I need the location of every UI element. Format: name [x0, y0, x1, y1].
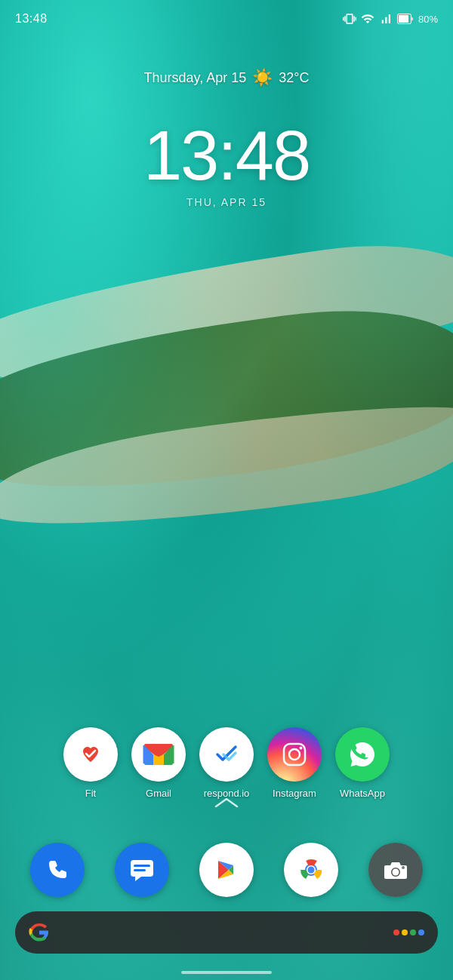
app-respond[interactable]: respond.io — [199, 727, 254, 799]
app-whatsapp[interactable]: WhatsApp — [335, 727, 390, 799]
fit-icon[interactable] — [63, 727, 118, 782]
instagram-label: Instagram — [273, 788, 316, 799]
dot-red — [393, 929, 399, 935]
dot-green — [410, 929, 416, 935]
battery-icon — [397, 14, 414, 24]
fit-label: Fit — [85, 788, 96, 799]
dock-chrome[interactable] — [284, 843, 338, 897]
search-bar[interactable] — [15, 911, 438, 954]
instagram-svg — [280, 740, 309, 769]
clock-time: 13:48 — [0, 121, 453, 190]
google-g-icon — [29, 922, 50, 943]
play-icon[interactable] — [199, 843, 254, 897]
chrome-svg — [296, 855, 326, 885]
svg-rect-5 — [131, 860, 153, 877]
dock-messages[interactable] — [115, 843, 169, 897]
vibrate-icon — [343, 12, 356, 26]
home-indicator[interactable] — [181, 971, 272, 974]
battery-percentage: 80% — [418, 14, 438, 25]
status-time: 13:48 — [15, 12, 48, 26]
instagram-icon[interactable] — [267, 727, 322, 782]
phone-svg — [44, 856, 71, 883]
svg-point-11 — [308, 867, 315, 874]
fit-svg — [76, 739, 106, 770]
weather-temperature: 32°C — [279, 70, 309, 86]
dock — [15, 843, 438, 897]
svg-rect-6 — [134, 865, 150, 867]
svg-point-4 — [300, 747, 303, 750]
dot-yellow — [402, 929, 408, 935]
app-grid: Fit Gmail respond.io — [0, 727, 453, 799]
svg-point-13 — [393, 869, 399, 876]
swipe-chevron-icon — [213, 796, 240, 811]
chrome-icon[interactable] — [284, 843, 338, 897]
respond-icon[interactable] — [199, 727, 254, 782]
dock-phone[interactable] — [30, 843, 85, 897]
signal-icon — [379, 12, 393, 26]
weather-date: Thursday, Apr 15 ☀️ 32°C — [0, 68, 453, 88]
whatsapp-label: WhatsApp — [340, 788, 385, 799]
whatsapp-svg — [347, 739, 378, 770]
whatsapp-icon[interactable] — [335, 727, 390, 782]
app-gmail[interactable]: Gmail — [131, 727, 186, 799]
weather-sun-icon: ☀️ — [252, 68, 273, 88]
messages-icon[interactable] — [115, 843, 169, 897]
weather-date-text: Thursday, Apr 15 — [144, 70, 247, 86]
dock-play[interactable] — [199, 843, 254, 897]
gmail-svg — [143, 742, 174, 766]
weather-widget: Thursday, Apr 15 ☀️ 32°C — [0, 68, 453, 88]
dock-camera[interactable] — [368, 843, 423, 897]
messages-svg — [128, 856, 156, 884]
swipe-indicator[interactable] — [213, 796, 240, 814]
svg-rect-7 — [134, 869, 146, 871]
respond-svg — [211, 739, 242, 770]
status-icons: 80% — [343, 12, 438, 26]
play-svg — [212, 856, 241, 884]
dot-blue — [418, 929, 424, 935]
clock-date: THU, APR 15 — [0, 196, 453, 208]
app-instagram[interactable]: Instagram — [267, 727, 322, 799]
gmail-label: Gmail — [146, 788, 171, 799]
phone-icon[interactable] — [30, 843, 85, 897]
app-fit[interactable]: Fit — [63, 727, 118, 799]
status-bar: 13:48 80% — [0, 0, 453, 38]
wifi-icon — [361, 12, 374, 26]
svg-point-3 — [289, 749, 300, 760]
camera-svg — [381, 856, 410, 884]
svg-rect-1 — [399, 15, 408, 23]
svg-point-14 — [402, 866, 405, 869]
clock-widget: 13:48 THU, APR 15 — [0, 121, 453, 208]
google-assistant-icon[interactable] — [393, 929, 424, 935]
gmail-icon[interactable] — [131, 727, 186, 782]
camera-icon[interactable] — [368, 843, 423, 897]
